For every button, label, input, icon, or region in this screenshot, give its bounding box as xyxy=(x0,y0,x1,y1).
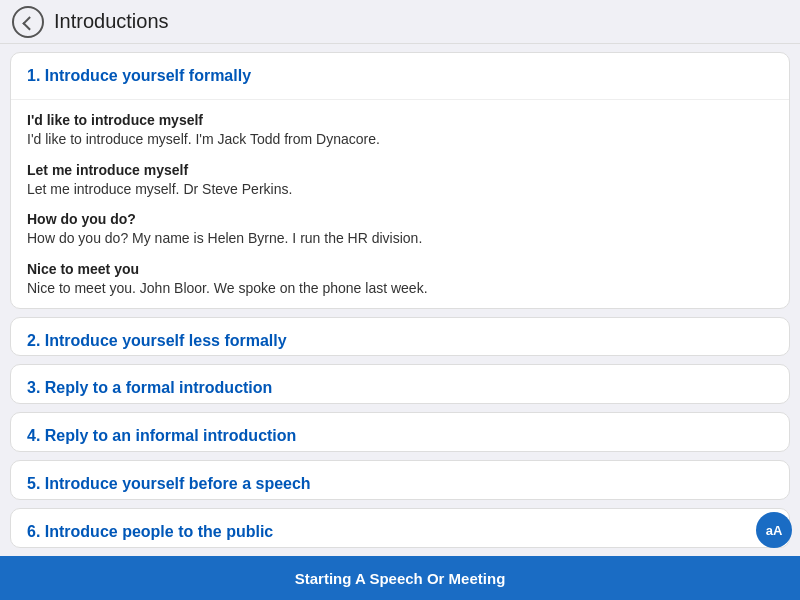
section-card-4: 4. Reply to an informal introduction xyxy=(10,412,790,452)
phrase-block: Let me introduce myselfLet me introduce … xyxy=(27,162,773,200)
section-title-2: 2. Introduce yourself less formally xyxy=(27,332,773,350)
content-area: 1. Introduce yourself formallyI'd like t… xyxy=(0,44,800,556)
back-button[interactable] xyxy=(12,6,44,38)
section-header-6[interactable]: 6. Introduce people to the public xyxy=(11,509,789,548)
aa-label: aA xyxy=(766,523,783,538)
phrase-label: I'd like to introduce myself xyxy=(27,112,773,128)
section-title-3: 3. Reply to a formal introduction xyxy=(27,379,773,397)
section-header-2[interactable]: 2. Introduce yourself less formally xyxy=(11,318,789,357)
section-title-5: 5. Introduce yourself before a speech xyxy=(27,475,773,493)
section-card-5: 5. Introduce yourself before a speech xyxy=(10,460,790,500)
phrase-text: Let me introduce myself. Dr Steve Perkin… xyxy=(27,180,773,200)
phrase-block: Nice to meet youNice to meet you. John B… xyxy=(27,261,773,299)
section-title-1: 1. Introduce yourself formally xyxy=(27,67,773,85)
font-size-button[interactable]: aA xyxy=(756,512,792,548)
section-header-3[interactable]: 3. Reply to a formal introduction xyxy=(11,365,789,404)
section-card-1: 1. Introduce yourself formallyI'd like t… xyxy=(10,52,790,309)
section-title-6: 6. Introduce people to the public xyxy=(27,523,773,541)
section-header-1[interactable]: 1. Introduce yourself formally xyxy=(11,53,789,99)
section-title-4: 4. Reply to an informal introduction xyxy=(27,427,773,445)
phrase-label: Let me introduce myself xyxy=(27,162,773,178)
section-header-4[interactable]: 4. Reply to an informal introduction xyxy=(11,413,789,452)
phrase-text: Nice to meet you. John Bloor. We spoke o… xyxy=(27,279,773,299)
section-card-6: 6. Introduce people to the public xyxy=(10,508,790,548)
phrase-label: Nice to meet you xyxy=(27,261,773,277)
page-title: Introductions xyxy=(54,10,169,33)
section-card-2: 2. Introduce yourself less formally xyxy=(10,317,790,357)
section-body-1: I'd like to introduce myselfI'd like to … xyxy=(11,99,789,309)
phrase-block: I'd like to introduce myselfI'd like to … xyxy=(27,112,773,150)
phrase-block: How do you do?How do you do? My name is … xyxy=(27,211,773,249)
header: Introductions xyxy=(0,0,800,44)
section-header-5[interactable]: 5. Introduce yourself before a speech xyxy=(11,461,789,500)
phrase-label: How do you do? xyxy=(27,211,773,227)
footer: Starting A Speech Or Meeting xyxy=(0,556,800,600)
footer-text: Starting A Speech Or Meeting xyxy=(295,570,506,587)
section-card-3: 3. Reply to a formal introduction xyxy=(10,364,790,404)
phrase-text: How do you do? My name is Helen Byrne. I… xyxy=(27,229,773,249)
phrase-text: I'd like to introduce myself. I'm Jack T… xyxy=(27,130,773,150)
